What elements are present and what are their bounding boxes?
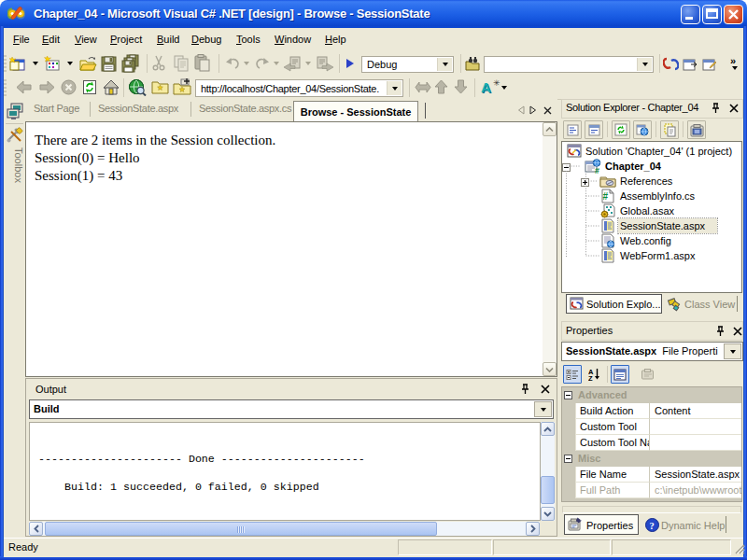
svg-text:?: ? — [650, 521, 655, 531]
svg-text:Z: Z — [588, 374, 593, 382]
